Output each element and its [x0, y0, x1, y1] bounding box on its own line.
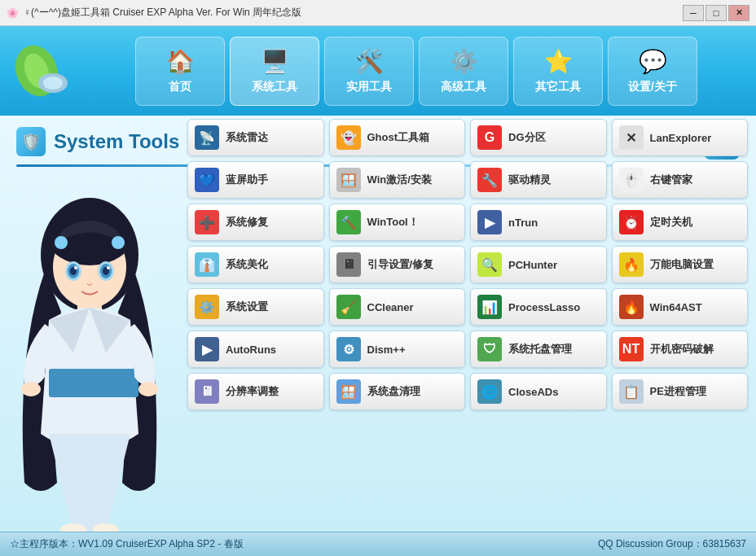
- svg-point-10: [74, 266, 77, 269]
- tool-button-22[interactable]: 🛡 系统托盘管理: [470, 331, 607, 368]
- tool-button-11[interactable]: ⏰ 定时关机: [612, 204, 749, 241]
- nav-tab-label-2: 实用工具: [346, 80, 392, 94]
- tool-icon-3: ✕: [619, 125, 644, 150]
- tool-label-2: DG分区: [508, 130, 546, 145]
- tool-icon-15: 🔥: [619, 252, 644, 277]
- nav-tab-1[interactable]: 🖥️ 系统工具: [230, 37, 319, 106]
- nav-tab-4[interactable]: ⭐ 其它工具: [513, 37, 603, 106]
- tool-label-3: LanExplorer: [650, 132, 712, 144]
- tool-icon-10: ▶: [477, 210, 502, 234]
- tool-button-26[interactable]: 🌐 CloseADs: [470, 373, 607, 410]
- status-bar: ☆主程序版本：WV1.09 CruiserEXP Alpha SP2 - 春版 …: [0, 532, 756, 556]
- tool-button-16[interactable]: ⚙️ 系统设置: [187, 288, 324, 326]
- tool-button-1[interactable]: 👻 Ghost工具箱: [329, 119, 466, 156]
- tool-button-2[interactable]: G DG分区: [470, 119, 607, 156]
- tool-label-10: nTrun: [508, 217, 538, 229]
- tool-button-13[interactable]: 🖥 引导设置/修复: [329, 246, 466, 283]
- nav-tab-3[interactable]: ⚙️ 高级工具: [419, 37, 508, 106]
- tool-icon-18: 📊: [477, 295, 502, 319]
- svg-point-14: [107, 266, 110, 269]
- tool-icon-26: 🌐: [477, 379, 502, 404]
- nav-tabs: 🏠 首页 🖥️ 系统工具 🛠️ 实用工具 ⚙️ 高级工具 ⭐ 其它工具 💬 设置…: [85, 37, 748, 106]
- tool-button-24[interactable]: 🖥 分辨率调整: [187, 373, 324, 410]
- tool-icon-6: 🔧: [477, 168, 502, 192]
- tool-button-5[interactable]: 🪟 Win激活/安装: [329, 161, 466, 199]
- svg-point-22: [112, 236, 125, 249]
- tool-button-14[interactable]: 🔍 PCHunter: [470, 246, 607, 283]
- tool-icon-0: 📡: [195, 125, 219, 150]
- tool-button-7[interactable]: 🖱️ 右键管家: [612, 161, 749, 199]
- tool-button-27[interactable]: 📋 PE进程管理: [612, 373, 749, 410]
- tool-icon-21: ⚙: [336, 337, 361, 361]
- tool-icon-16: ⚙️: [195, 295, 219, 319]
- qq-group-text: QQ Discussion Group：63815637: [598, 537, 746, 551]
- tool-label-22: 系统托盘管理: [508, 342, 572, 357]
- tool-label-1: Ghost工具箱: [367, 130, 430, 145]
- tool-icon-25: 🪟: [336, 379, 361, 404]
- tool-icon-8: ➕: [195, 210, 219, 234]
- nav-tab-2[interactable]: 🛠️ 实用工具: [324, 37, 414, 106]
- tool-label-0: 系统雷达: [226, 130, 268, 145]
- maximize-button[interactable]: □: [705, 5, 727, 21]
- tool-icon-5: 🪟: [336, 168, 361, 192]
- tool-button-19[interactable]: 🔥 Win64AST: [612, 288, 749, 326]
- nav-tab-icon-3: ⚙️: [450, 48, 478, 75]
- nav-tab-icon-1: 🖥️: [261, 48, 289, 75]
- tool-button-6[interactable]: 🔧 驱动精灵: [470, 161, 607, 199]
- svg-point-3: [43, 77, 63, 90]
- section-title: System Tools: [54, 130, 179, 153]
- tool-icon-20: ▶: [195, 337, 219, 361]
- tool-button-9[interactable]: 🔨 WinTool！: [329, 204, 466, 241]
- nav-tab-5[interactable]: 💬 设置/关于: [608, 37, 697, 106]
- tool-label-12: 系统美化: [226, 257, 268, 272]
- nav-tab-label-5: 设置/关于: [628, 80, 677, 94]
- tool-button-10[interactable]: ▶ nTrun: [470, 204, 607, 241]
- tool-label-23: 开机密码破解: [650, 342, 714, 357]
- svg-rect-16: [49, 369, 138, 397]
- tool-icon-9: 🔨: [336, 210, 361, 234]
- tool-label-21: Dism++: [367, 344, 406, 356]
- tool-icon-22: 🛡: [477, 337, 502, 361]
- tool-label-11: 定时关机: [650, 215, 692, 230]
- title-bar-controls: ─ □ ✕: [683, 5, 749, 21]
- tool-button-23[interactable]: NT 开机密码破解: [612, 331, 749, 368]
- nav-tab-0[interactable]: 🏠 首页: [135, 37, 225, 106]
- tool-button-25[interactable]: 🪟 系统盘清理: [329, 373, 466, 410]
- minimize-button[interactable]: ─: [683, 5, 704, 21]
- tool-button-21[interactable]: ⚙ Dism++: [329, 331, 466, 368]
- tool-label-25: 系统盘清理: [367, 384, 420, 399]
- character-svg: [0, 190, 179, 532]
- logo-svg: [12, 38, 77, 103]
- close-button[interactable]: ✕: [728, 5, 749, 21]
- tool-button-12[interactable]: 👔 系统美化: [187, 246, 324, 283]
- nav-tab-label-3: 高级工具: [441, 80, 486, 94]
- nav-tab-label-0: 首页: [169, 80, 191, 94]
- tool-button-20[interactable]: ▶ AutoRuns: [187, 331, 324, 368]
- tool-label-27: PE进程管理: [650, 384, 706, 399]
- tool-icon-17: 🧹: [336, 295, 361, 319]
- section-title-area: 🛡️ System Tools: [16, 127, 179, 156]
- tool-button-4[interactable]: 💙 蓝屏助手: [187, 161, 324, 199]
- nav-tab-icon-0: 🏠: [166, 48, 195, 75]
- tool-button-8[interactable]: ➕ 系统修复: [187, 204, 324, 241]
- app-icon: 🌸: [7, 7, 19, 19]
- nav-tab-label-1: 系统工具: [252, 80, 297, 94]
- tools-area: 📡 系统雷达 👻 Ghost工具箱 G DG分区 ✕ LanExplorer 💙…: [187, 116, 756, 532]
- tool-button-0[interactable]: 📡 系统雷达: [187, 119, 324, 156]
- tool-label-19: Win64AST: [650, 301, 702, 313]
- tool-label-24: 分辨率调整: [226, 384, 279, 399]
- tool-button-15[interactable]: 🔥 万能电脑设置: [612, 246, 749, 283]
- tool-button-18[interactable]: 📊 ProcessLasso: [470, 288, 607, 326]
- tool-icon-4: 💙: [195, 168, 219, 192]
- tool-icon-1: 👻: [336, 125, 361, 150]
- title-text: ♀(^ー^^)盘姬工具箱 Cruiser EXP Alpha Ver. For …: [24, 6, 301, 20]
- anime-character: [0, 190, 179, 532]
- nav-bar: 🏠 首页 🖥️ 系统工具 🛠️ 实用工具 ⚙️ 高级工具 ⭐ 其它工具 💬 设置…: [0, 26, 756, 116]
- tool-label-16: 系统设置: [226, 300, 268, 314]
- version-text: ☆主程序版本：WV1.09 CruiserEXP Alpha SP2 - 春版: [10, 537, 244, 551]
- tool-icon-23: NT: [619, 337, 644, 361]
- tool-button-3[interactable]: ✕ LanExplorer: [612, 119, 749, 156]
- tool-icon-11: ⏰: [619, 210, 644, 234]
- tool-label-15: 万能电脑设置: [650, 257, 714, 272]
- tool-button-17[interactable]: 🧹 CCleaner: [329, 288, 466, 326]
